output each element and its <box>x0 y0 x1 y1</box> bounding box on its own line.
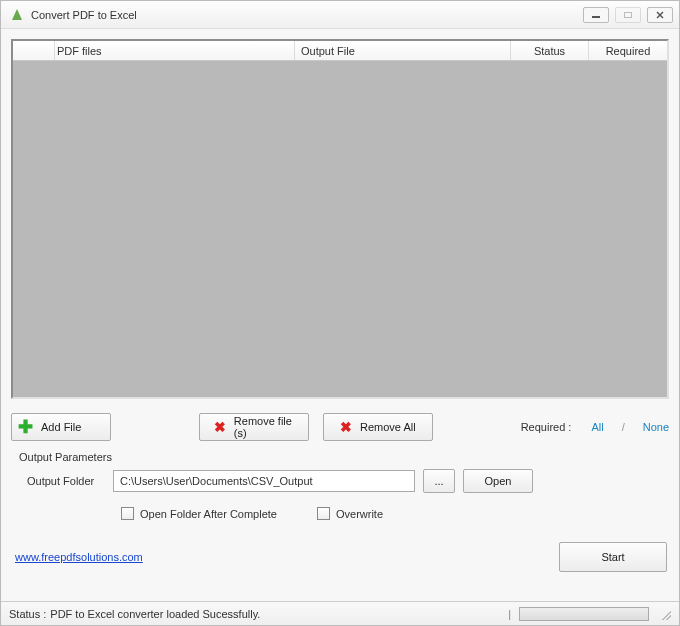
maximize-button[interactable] <box>615 7 641 23</box>
titlebar: Convert PDF to Excel <box>1 1 679 29</box>
overwrite-checkbox-wrap[interactable]: Overwrite <box>317 507 383 520</box>
remove-file-label: Remove file (s) <box>234 415 294 439</box>
action-button-row: ✚ Add File ✖ Remove file (s) ✖ Remove Al… <box>11 413 669 441</box>
required-separator: / <box>618 421 629 433</box>
required-none-link[interactable]: None <box>643 421 669 433</box>
output-folder-row: Output Folder ... Open <box>11 469 669 493</box>
remove-all-label: Remove All <box>360 421 416 433</box>
bottom-row: www.freepdfsolutions.com Start <box>11 542 669 576</box>
column-status[interactable]: Status <box>511 41 589 60</box>
start-button[interactable]: Start <box>559 542 667 572</box>
svg-marker-0 <box>12 9 22 20</box>
progress-separator: | <box>508 608 515 620</box>
close-button[interactable] <box>647 7 673 23</box>
website-link[interactable]: www.freepdfsolutions.com <box>15 551 143 563</box>
output-parameters-label: Output Parameters <box>19 451 669 463</box>
required-label: Required : <box>521 421 578 433</box>
table-body[interactable] <box>13 61 667 397</box>
status-bar: Status : PDF to Excel converter loaded S… <box>1 601 679 625</box>
output-folder-input[interactable] <box>113 470 415 492</box>
options-row: Open Folder After Complete Overwrite <box>11 493 669 520</box>
overwrite-label: Overwrite <box>336 508 383 520</box>
add-file-label: Add File <box>41 421 81 433</box>
add-file-button[interactable]: ✚ Add File <box>11 413 111 441</box>
browse-folder-button[interactable]: ... <box>423 469 455 493</box>
row-header-column[interactable] <box>13 41 55 60</box>
table-header: PDF files Output File Status Required <box>13 41 667 61</box>
remove-file-button[interactable]: ✖ Remove file (s) <box>199 413 309 441</box>
status-text: PDF to Excel converter loaded Sucessfull… <box>50 608 260 620</box>
required-all-link[interactable]: All <box>591 421 603 433</box>
open-after-label: Open Folder After Complete <box>140 508 277 520</box>
svg-rect-1 <box>592 16 600 18</box>
app-window: Convert PDF to Excel PDF files Output Fi… <box>0 0 680 626</box>
plus-icon: ✚ <box>18 418 33 436</box>
status-label: Status : <box>9 608 46 620</box>
open-folder-button[interactable]: Open <box>463 469 533 493</box>
column-output-file[interactable]: Output File <box>295 41 511 60</box>
content-area: PDF files Output File Status Required ✚ … <box>1 29 679 601</box>
open-after-checkbox[interactable] <box>121 507 134 520</box>
app-icon <box>9 7 25 23</box>
file-table[interactable]: PDF files Output File Status Required <box>11 39 669 399</box>
progress-bar <box>519 607 649 621</box>
remove-all-button[interactable]: ✖ Remove All <box>323 413 433 441</box>
overwrite-checkbox[interactable] <box>317 507 330 520</box>
svg-rect-2 <box>625 12 632 17</box>
window-title: Convert PDF to Excel <box>31 9 137 21</box>
column-required[interactable]: Required <box>589 41 667 60</box>
window-controls <box>583 7 673 23</box>
resize-grip[interactable] <box>659 608 671 620</box>
column-pdf-files[interactable]: PDF files <box>55 41 295 60</box>
x-icon: ✖ <box>340 419 352 435</box>
minimize-button[interactable] <box>583 7 609 23</box>
open-after-checkbox-wrap[interactable]: Open Folder After Complete <box>121 507 277 520</box>
x-icon: ✖ <box>214 419 226 435</box>
output-folder-label: Output Folder <box>27 475 105 487</box>
